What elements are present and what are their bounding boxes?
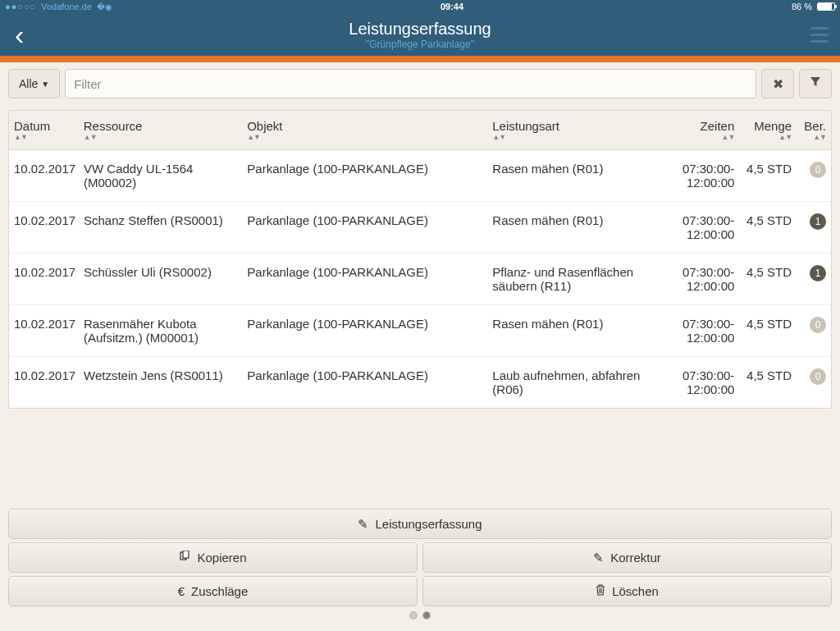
filter-bar: Alle ▼ ✖ xyxy=(0,62,840,98)
count-badge: 0 xyxy=(810,368,826,385)
cell-ber: 1 xyxy=(797,210,831,245)
cell-leistungsart: Pflanz- und Rasenflächen säubern (R11) xyxy=(487,262,675,296)
filter-dropdown-label: Alle xyxy=(19,77,38,90)
leistungserfassung-button[interactable]: ✎ Leistungserfassung xyxy=(8,509,832,539)
euro-icon: € xyxy=(178,584,185,598)
table-body: 10.02.2017VW Caddy UL-1564 (M00002)Parka… xyxy=(9,150,831,408)
col-header-ber[interactable]: Ber. ▲▼ xyxy=(797,116,831,144)
zuschlaege-button[interactable]: € Zuschläge xyxy=(8,576,418,606)
cell-objekt: Parkanlage (100-PARKANLAGE) xyxy=(242,313,487,348)
filter-input[interactable] xyxy=(65,69,756,98)
menu-button[interactable] xyxy=(807,24,832,46)
loeschen-button[interactable]: Löschen xyxy=(422,576,832,606)
button-label: Korrektur xyxy=(610,551,661,565)
page-dot[interactable] xyxy=(409,611,418,620)
status-time: 09:44 xyxy=(441,2,463,11)
caret-down-icon: ▼ xyxy=(41,80,49,89)
count-badge: 1 xyxy=(810,213,826,230)
col-header-zeiten[interactable]: Zeiten ▲▼ xyxy=(676,116,740,144)
clear-filter-button[interactable]: ✖ xyxy=(761,69,794,98)
cell-datum: 10.02.2017 xyxy=(9,365,79,400)
cell-zeiten: 07:30:00-12:00:00 xyxy=(676,313,740,348)
table-row[interactable]: 10.02.2017Schüssler Uli (RS0002)Parkanla… xyxy=(9,254,831,305)
cell-objekt: Parkanlage (100-PARKANLAGE) xyxy=(242,365,487,400)
col-header-ressource[interactable]: Ressource ▲▼ xyxy=(79,116,242,144)
cell-ressource: VW Caddy UL-1564 (M00002) xyxy=(79,158,242,193)
cell-zeiten: 07:30:00-12:00:00 xyxy=(676,365,740,400)
copy-icon xyxy=(179,551,190,565)
col-header-datum[interactable]: Datum ▲▼ xyxy=(9,116,79,144)
cell-datum: 10.02.2017 xyxy=(9,313,79,348)
close-icon: ✖ xyxy=(773,76,783,92)
cell-datum: 10.02.2017 xyxy=(9,262,79,296)
cell-ber: 0 xyxy=(797,365,831,400)
cell-menge: 4,5 STD xyxy=(739,210,797,245)
signal-dots-icon: ●●○○○ xyxy=(5,2,36,11)
cell-ressource: Wetzstein Jens (RS0011) xyxy=(79,365,242,400)
kopieren-button[interactable]: Kopieren xyxy=(8,542,418,573)
carrier-label: Vodafone.de xyxy=(41,2,92,11)
cell-ber: 0 xyxy=(797,158,831,193)
cell-ber: 0 xyxy=(797,313,831,348)
button-label: Leistungserfassung xyxy=(375,517,482,531)
table-row[interactable]: 10.02.2017VW Caddy UL-1564 (M00002)Parka… xyxy=(9,150,831,202)
button-label: Zuschläge xyxy=(191,584,248,598)
col-header-leistungsart[interactable]: Leistungsart ▲▼ xyxy=(487,116,675,144)
sort-arrows-icon: ▲▼ xyxy=(14,133,74,141)
cell-leistungsart: Rasen mähen (R01) xyxy=(487,210,675,245)
cell-leistungsart: Laub aufnehmen, abfahren (R06) xyxy=(487,365,675,400)
cell-datum: 10.02.2017 xyxy=(9,158,79,193)
cell-zeiten: 07:30:00-12:00:00 xyxy=(676,158,740,193)
sort-arrows-icon: ▲▼ xyxy=(84,133,237,141)
page-dot-active[interactable] xyxy=(422,611,431,620)
table-row[interactable]: 10.02.2017Schanz Steffen (RS0001)Parkanl… xyxy=(9,202,831,254)
table-row[interactable]: 10.02.2017Wetzstein Jens (RS0011)Parkanl… xyxy=(9,357,831,408)
funnel-icon xyxy=(810,76,821,91)
accent-bar xyxy=(0,56,840,62)
cell-menge: 4,5 STD xyxy=(739,365,797,400)
count-badge: 0 xyxy=(810,317,826,333)
cell-ressource: Schanz Steffen (RS0001) xyxy=(79,210,242,245)
cell-zeiten: 07:30:00-12:00:00 xyxy=(676,210,740,245)
app-header: ‹ Leistungserfassung "Grünpflege Parkanl… xyxy=(0,13,840,56)
table-row[interactable]: 10.02.2017Rasenmäher Kubota (Aufsitzm.) … xyxy=(9,305,831,357)
battery-icon xyxy=(817,2,835,11)
col-header-menge[interactable]: Menge ▲▼ xyxy=(739,116,797,144)
korrektur-button[interactable]: ✎ Korrektur xyxy=(422,542,832,573)
cell-ressource: Rasenmäher Kubota (Aufsitzm.) (M00001) xyxy=(79,313,242,348)
col-header-objekt[interactable]: Objekt ▲▼ xyxy=(242,116,487,144)
pencil-icon: ✎ xyxy=(593,551,604,565)
button-label: Kopieren xyxy=(197,551,246,565)
page-subtitle: "Grünpflege Parkanlage" xyxy=(349,39,491,50)
cell-objekt: Parkanlage (100-PARKANLAGE) xyxy=(242,262,487,296)
filter-toggle-button[interactable] xyxy=(799,69,832,98)
svg-rect-1 xyxy=(183,551,189,558)
cell-ressource: Schüssler Uli (RS0002) xyxy=(79,262,242,296)
data-table: Datum ▲▼ Ressource ▲▼ Objekt ▲▼ Leistung… xyxy=(8,110,832,409)
cell-leistungsart: Rasen mähen (R01) xyxy=(487,313,675,348)
page-indicator xyxy=(8,611,832,620)
sort-arrows-icon: ▲▼ xyxy=(801,133,826,141)
status-bar: ●●○○○ Vodafone.de �◉ 09:44 86 % xyxy=(0,0,840,13)
cell-objekt: Parkanlage (100-PARKANLAGE) xyxy=(242,210,487,245)
cell-menge: 4,5 STD xyxy=(739,262,797,296)
cell-menge: 4,5 STD xyxy=(739,158,797,193)
back-button[interactable]: ‹ xyxy=(8,21,30,48)
sort-arrows-icon: ▲▼ xyxy=(744,133,792,141)
count-badge: 1 xyxy=(810,265,826,281)
cell-leistungsart: Rasen mähen (R01) xyxy=(487,158,675,193)
trash-icon xyxy=(596,584,605,598)
cell-objekt: Parkanlage (100-PARKANLAGE) xyxy=(242,158,487,193)
sort-arrows-icon: ▲▼ xyxy=(247,133,482,141)
cell-datum: 10.02.2017 xyxy=(9,210,79,245)
cell-menge: 4,5 STD xyxy=(739,313,797,348)
count-badge: 0 xyxy=(810,162,826,178)
filter-dropdown[interactable]: Alle ▼ xyxy=(8,69,60,98)
page-title: Leistungserfassung xyxy=(349,20,491,39)
cell-zeiten: 07:30:00-12:00:00 xyxy=(676,262,740,296)
pencil-icon: ✎ xyxy=(358,517,368,532)
sort-arrows-icon: ▲▼ xyxy=(681,133,735,141)
sort-arrows-icon: ▲▼ xyxy=(492,133,670,141)
wifi-icon: �◉ xyxy=(97,2,112,11)
table-header: Datum ▲▼ Ressource ▲▼ Objekt ▲▼ Leistung… xyxy=(9,111,831,150)
